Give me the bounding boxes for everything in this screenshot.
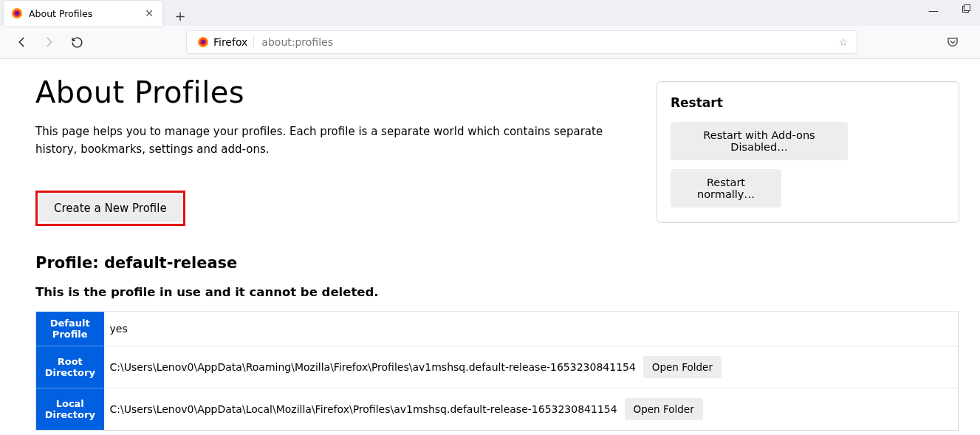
reload-button[interactable]: [66, 32, 87, 52]
create-profile-button[interactable]: Create a New Profile: [39, 194, 182, 222]
firefox-icon: [197, 36, 209, 48]
bookmark-star-icon[interactable]: ☆: [835, 36, 852, 48]
site-identity[interactable]: Firefox: [191, 35, 254, 49]
svg-point-7: [201, 40, 205, 44]
profile-table: Default Profile yes Root Directory C:\Us…: [35, 311, 959, 431]
back-button[interactable]: [12, 32, 32, 52]
address-bar[interactable]: Firefox about:profiles ☆: [186, 30, 857, 54]
root-directory-label: Root Directory: [36, 346, 104, 388]
restart-addons-disabled-button[interactable]: Restart with Add-ons Disabled…: [671, 122, 848, 160]
annotation-highlight: Create a New Profile: [35, 191, 185, 226]
table-row: Default Profile yes: [36, 312, 959, 346]
open-root-folder-button[interactable]: Open Folder: [643, 356, 722, 378]
table-row: Root Directory C:\Users\Lenov0\AppData\R…: [36, 346, 959, 388]
forward-button[interactable]: [38, 32, 59, 52]
svg-rect-4: [964, 5, 970, 11]
new-tab-button[interactable]: +: [170, 5, 191, 26]
local-directory-label: Local Directory: [36, 388, 104, 431]
identity-label: Firefox: [213, 36, 247, 48]
restart-normally-button[interactable]: Restart normally…: [671, 169, 781, 208]
profile-heading: Profile: default-release: [35, 254, 980, 272]
local-directory-value: C:\Users\Lenov0\AppData\Local\Mozilla\Fi…: [110, 403, 617, 415]
firefox-icon: [11, 7, 23, 19]
nav-toolbar: Firefox about:profiles ☆: [0, 26, 980, 59]
svg-point-2: [15, 11, 19, 16]
url-text: about:profiles: [254, 36, 835, 48]
default-profile-value: yes: [104, 312, 959, 346]
intro-text: This page helps you to manage your profi…: [35, 123, 641, 158]
restart-heading: Restart: [671, 95, 945, 110]
close-tab-icon[interactable]: ✕: [143, 7, 155, 19]
profile-in-use-note: This is the profile in use and it cannot…: [35, 285, 980, 299]
pocket-icon[interactable]: [946, 35, 964, 49]
table-row: Local Directory C:\Users\Lenov0\AppData\…: [36, 388, 959, 431]
browser-tab[interactable]: About Profiles ✕: [4, 1, 162, 26]
open-local-folder-button[interactable]: Open Folder: [625, 398, 703, 420]
maximize-icon[interactable]: [962, 4, 971, 16]
root-directory-value: C:\Users\Lenov0\AppData\Roaming\Mozilla\…: [110, 361, 636, 373]
minimize-icon[interactable]: —: [928, 4, 939, 16]
default-profile-label: Default Profile: [36, 312, 104, 346]
tab-title: About Profiles: [29, 8, 143, 19]
restart-panel: Restart Restart with Add-ons Disabled… R…: [657, 81, 959, 223]
tab-strip: About Profiles ✕ + —: [0, 0, 980, 26]
